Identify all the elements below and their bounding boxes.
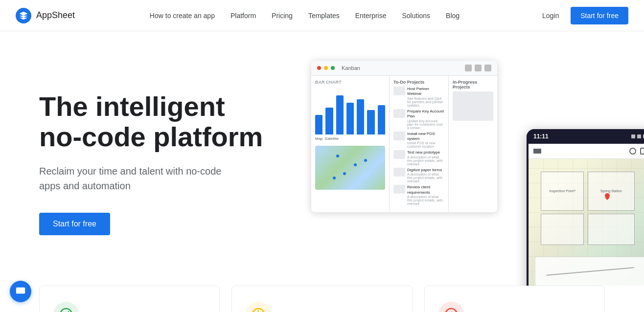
feature-cards-row [0,286,644,312]
task-title-3: Install new POS system [407,132,444,142]
dashboard-map [315,146,385,190]
task-item-6: Review client requirements A description… [393,185,444,205]
task-item-2: Prepare Key Account Plan Update key acco… [393,109,444,130]
window-dot-red [317,66,321,70]
feature-icon-1 [53,302,79,312]
bar-chart-label: Bar Chart [315,80,385,85]
signature-line [546,267,634,276]
task-item-4: Test new prototype A description of what… [393,150,444,165]
signature-area[interactable] [535,257,644,286]
mobile-status-icons [631,134,644,138]
bar-7 [378,105,385,134]
logo-icon [16,8,31,23]
dashboard-body: Bar Chart Map Satellite [311,76,497,212]
hero-visuals: Kanban Bar Chart [311,61,644,286]
room-3 [541,214,584,245]
room-1: Inspection Point? [541,172,584,211]
hero-text: The intelligent no-code platform Reclaim… [39,91,274,235]
chat-icon [15,286,26,297]
bar-3 [336,95,344,134]
dashboard-title: Kanban [342,65,360,71]
task-sub-5: A description of what this project entai… [407,173,444,183]
in-progress-thumb [453,91,493,121]
task-text-2: Prepare Key Account Plan Update key acco… [407,109,444,130]
task-title-2: Prepare Key Account Plan [407,109,444,119]
nav-templates[interactable]: Templates [301,8,346,23]
mobile-header-actions [629,148,644,155]
search-icon [465,65,472,71]
room-2: Spring Station [588,172,635,211]
bar-5 [357,99,364,134]
map-pin-1 [336,155,339,157]
mobile-screen: Inspection Point? Spring Station 49.9018… [529,144,644,286]
svg-point-0 [60,309,72,312]
nav-platform[interactable]: Platform [224,8,263,23]
map-pin-2 [354,163,357,166]
settings-icon [484,65,491,71]
task-item-1: Host Partner Webinar See features and Q&… [393,87,444,107]
map-tab-satellite[interactable]: Satellite [325,136,339,141]
task-title-4: Test new prototype [407,150,444,155]
feature-card-2 [231,286,412,312]
search-icon[interactable] [629,148,636,155]
time-icon [252,308,265,312]
task-item-3: Install new POS system Install POS at ne… [393,132,444,149]
task-sub-1: See features and Q&A for partners and pa… [407,97,444,107]
feature-icon-2 [246,302,271,312]
task-thumb-4 [393,150,405,159]
navbar: AppSheet How to create an app Platform P… [0,0,644,31]
task-thumb-2 [393,109,405,118]
nav-start-free-button[interactable]: Start for free [571,7,628,24]
todo-title: To-Do Projects [393,80,444,85]
menu-icon[interactable] [533,149,541,154]
dashboard-titlebar: Kanban [311,61,497,76]
in-progress-panel: In-Progress Projects [448,76,497,212]
bar-6 [367,110,374,134]
window-dot-yellow [324,66,328,70]
task-text-5: Digitize paper forms A description of wh… [407,168,444,183]
hero-subtitle: Reclaim your time and talent with no-cod… [39,164,235,193]
task-thumb-3 [393,132,405,140]
bar-2 [325,108,333,134]
nav-pricing[interactable]: Pricing [265,8,299,23]
chat-support-button[interactable] [10,281,31,302]
feature-icon-3 [438,302,464,312]
room-4 [588,214,635,245]
signal-icon [637,134,641,138]
svg-rect-7 [16,288,25,294]
map-pin-4 [364,159,367,162]
task-sub-4: A description of what this project entai… [407,156,444,166]
nav-how-to[interactable]: How to create an app [143,8,222,23]
task-text-4: Test new prototype A description of what… [407,150,444,165]
task-thumb-1 [393,87,405,95]
mobile-status-bar: 11:11 [527,129,644,144]
login-button[interactable]: Login [534,8,567,23]
feature-card-1 [39,286,220,312]
bar-4 [346,103,354,134]
bar-1 [315,115,322,134]
task-title-6: Review client requirements [407,185,444,195]
hero-start-free-button[interactable]: Start for free [39,213,110,235]
logo[interactable]: AppSheet [16,8,75,23]
nav-solutions[interactable]: Solutions [395,8,437,23]
feature-card-3 [424,286,605,312]
nav-links: How to create an app Platform Pricing Te… [143,8,466,23]
task-title-1: Host Partner Webinar [407,87,444,97]
grid-icon [475,65,482,71]
nav-blog[interactable]: Blog [439,8,466,23]
nav-enterprise[interactable]: Enterprise [348,8,393,23]
window-dot-green [331,66,335,70]
refresh-icon[interactable] [640,148,644,155]
dashboard-card: Kanban Bar Chart [311,61,497,212]
hero-title: The intelligent no-code platform [39,91,274,152]
todo-section: To-Do Projects Host Partner Webinar See … [393,80,444,205]
lightning-icon [444,308,458,312]
map-pin-3 [343,172,346,175]
svg-point-5 [445,309,457,312]
no-code-icon [59,308,73,312]
task-text-6: Review client requirements A description… [407,185,444,205]
task-thumb-5 [393,168,405,177]
map-tab-map[interactable]: Map [315,136,323,141]
logo-text: AppSheet [36,10,75,21]
task-title-5: Digitize paper forms [407,168,444,173]
